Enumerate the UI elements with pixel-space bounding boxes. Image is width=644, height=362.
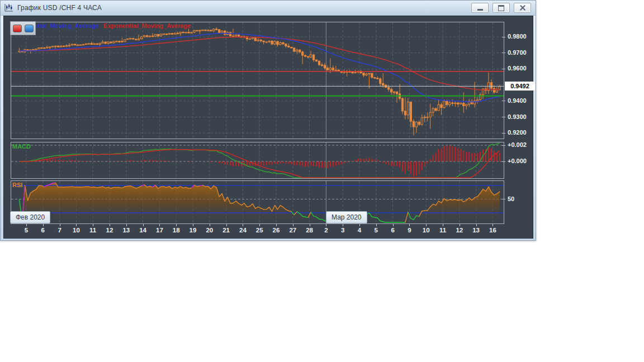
time-axis-tick	[176, 224, 177, 226]
time-axis-tick	[493, 224, 493, 226]
axis-tick	[502, 117, 505, 117]
time-axis-tick	[93, 224, 93, 226]
time-axis-tick	[393, 224, 394, 226]
time-axis-label: 28	[301, 227, 318, 234]
rsi-chart[interactable]	[11, 180, 504, 224]
time-axis-tick	[143, 224, 144, 226]
axis-tick	[502, 133, 505, 134]
axis-tick	[502, 53, 505, 53]
indicator-legend: Exponential_Moving_AverageExponential_Mo…	[12, 22, 195, 29]
axis-tick	[502, 161, 505, 162]
month-badge: Фев 2020	[10, 211, 50, 223]
time-axis-tick	[343, 224, 343, 226]
time-axis-tick	[460, 224, 460, 226]
time-axis-tick	[159, 224, 160, 226]
chart-icon	[4, 3, 14, 12]
time-axis-label: 14	[135, 227, 151, 234]
indicator-button-red[interactable]	[13, 25, 22, 32]
time-axis-label: 26	[268, 227, 285, 234]
time-axis-tick	[259, 224, 260, 226]
time-axis-label: 17	[151, 227, 168, 234]
time-axis-tick	[443, 224, 443, 226]
time-axis-label: 11	[434, 227, 451, 234]
time-axis-label: 12	[451, 227, 468, 234]
time-axis-tick	[476, 224, 477, 226]
close-button[interactable]	[514, 3, 531, 13]
axis-tick-label: 0.9400	[508, 97, 527, 104]
time-axis-tick	[76, 224, 77, 226]
time-axis-label: 16	[484, 227, 501, 234]
window-controls	[471, 3, 532, 13]
axis-tick	[502, 145, 505, 146]
axis-tick	[502, 101, 505, 101]
time-axis-label: 13	[468, 227, 485, 234]
time-axis-label: 4	[351, 227, 368, 234]
axis-tick-label: +0.000	[508, 158, 527, 164]
titlebar[interactable]: График USD /CHF 4 ЧАСА	[1, 1, 536, 16]
time-axis-tick	[409, 224, 410, 226]
time-axis-label: 19	[184, 227, 201, 234]
macd-chart[interactable]	[11, 142, 504, 179]
time-axis-tick	[426, 224, 427, 226]
axis-tick-label: 50	[508, 196, 514, 202]
legend-ema-slow: Exponential_Moving_Average	[103, 22, 191, 29]
time-axis-tick	[193, 224, 193, 226]
axis-tick-label: 0.9800	[508, 33, 527, 40]
axis-tick-label: 0.9700	[508, 49, 527, 56]
time-axis-tick	[26, 224, 27, 226]
indicator-toolbar	[10, 21, 36, 35]
month-badge: Мар 2020	[326, 211, 367, 223]
time-axis-tick	[276, 224, 277, 226]
window-title: График USD /CHF 4 ЧАСА	[17, 4, 102, 12]
time-axis-tick	[293, 224, 293, 226]
minimize-button[interactable]	[471, 3, 489, 13]
macd-label: MACD	[12, 143, 31, 150]
time-axis-label: 7	[51, 227, 68, 234]
time-axis-tick	[243, 224, 243, 226]
time-axis-tick	[60, 224, 60, 226]
indicator-button-blue[interactable]	[25, 25, 34, 32]
chart-window: График USD /CHF 4 ЧАСА Exponential_Movin…	[0, 0, 536, 241]
time-axis-label: 27	[285, 227, 301, 234]
time-axis-label: 5	[18, 227, 35, 234]
time-axis-label: 6	[35, 227, 51, 234]
axis-tick-label: 0.9300	[508, 113, 527, 120]
time-axis-tick	[210, 224, 210, 226]
time-axis-label: 10	[418, 227, 434, 234]
time-axis-label: 13	[118, 227, 135, 234]
rsi-label: RSI	[12, 182, 22, 188]
close-icon	[519, 5, 526, 11]
axis-tick-label: 0.9200	[508, 129, 527, 136]
price-chart[interactable]	[11, 22, 504, 139]
axis-tick-label: 0.9600	[508, 65, 527, 72]
time-axis-label: 12	[101, 227, 118, 234]
time-axis-label: 24	[234, 227, 251, 234]
axis-tick	[502, 69, 505, 69]
maximize-button[interactable]	[493, 3, 510, 13]
time-axis-label: 25	[251, 227, 268, 234]
time-axis-tick	[310, 224, 310, 226]
current-price-box: 0.9492	[505, 82, 535, 90]
time-axis-tick	[359, 224, 360, 226]
minimize-icon	[477, 9, 483, 11]
axis-tick-label: +0.002	[508, 141, 527, 148]
axis-tick	[502, 37, 505, 37]
time-axis-label: 20	[201, 227, 218, 234]
time-axis-label: 5	[368, 227, 385, 234]
time-axis-label: 2	[318, 227, 334, 234]
time-axis-label: 18	[168, 227, 184, 234]
time-axis-label: 10	[68, 227, 84, 234]
screen: График USD /CHF 4 ЧАСА Exponential_Movin…	[0, 0, 644, 362]
time-axis-tick	[43, 224, 44, 226]
axis-tick	[502, 199, 505, 199]
time-axis-label: 6	[385, 227, 401, 234]
time-axis-tick	[376, 224, 377, 226]
time-axis-label: 11	[84, 227, 101, 234]
time-axis-tick	[326, 224, 326, 226]
time-axis-tick	[110, 224, 110, 226]
time-axis-tick	[126, 224, 127, 226]
time-axis-label: 21	[218, 227, 235, 234]
maximize-icon	[498, 5, 504, 11]
time-axis-label: 3	[334, 227, 351, 234]
time-axis-label: 9	[401, 227, 418, 234]
